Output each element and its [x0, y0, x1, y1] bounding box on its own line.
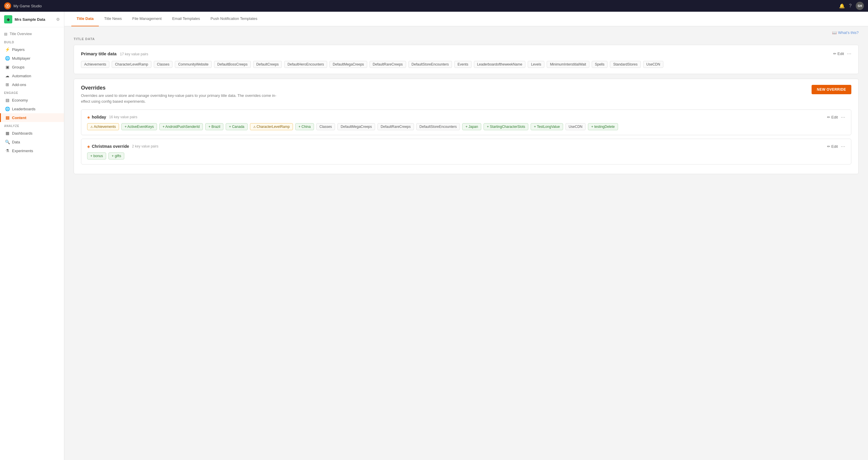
section-heading: TITLE DATA: [74, 37, 859, 41]
edit-override-button[interactable]: ✏ Edit: [827, 144, 838, 149]
sidebar-item-dashboards[interactable]: ▦ Dashboards: [0, 129, 64, 138]
override-card-actions: ✏ Edit···: [827, 144, 845, 149]
settings-icon[interactable]: ⚙: [56, 17, 60, 22]
sidebar-item-data[interactable]: 🔍 Data: [0, 138, 64, 146]
studio-name: Mrs Sample Data: [14, 17, 45, 22]
sidebar-header: ◆ Mrs Sample Data ⚙: [0, 12, 64, 27]
tag-item: AndroidPushSenderId: [159, 123, 203, 130]
sidebar-item-economy[interactable]: ▤ Economy: [0, 96, 64, 105]
tag-item: DefaultMegaCreeps: [330, 61, 367, 68]
tag-item: DefaultRareCreeps: [370, 61, 406, 68]
tag-item: gifts: [108, 152, 124, 160]
sidebar-item-label: Dashboards: [12, 131, 32, 136]
topbar-left: My Game Studio: [4, 2, 42, 9]
sidebar-item-automation[interactable]: ☁ Automation: [0, 71, 64, 80]
new-override-button[interactable]: NEW OVERRIDE: [812, 85, 851, 94]
edit-primary-button[interactable]: ✏ Edit: [833, 52, 844, 56]
tag-item: LeaderboardoftheweekName: [474, 61, 526, 68]
overrides-header: Overrides Overrides are used to store an…: [81, 85, 851, 104]
override-card-header: ◈holiday16 key value pairs✏ Edit···: [87, 114, 845, 120]
sidebar-item-title-overview[interactable]: ▤ Title Overview: [0, 30, 64, 38]
tag-item: DefaultBossCreeps: [214, 61, 251, 68]
tabs-bar: Title Data Title News File Management Em…: [64, 12, 868, 26]
overrides-section: Overrides Overrides are used to store an…: [74, 79, 859, 174]
sidebar-item-label: Groups: [12, 65, 25, 69]
primary-title-data-card: Primary title data 17 key value pairs ✏ …: [74, 45, 859, 74]
book-icon: 📖: [832, 30, 837, 35]
sidebar-item-label: Players: [12, 48, 25, 52]
tag-item: Events: [454, 61, 471, 68]
tag-item: CharacterLevelRamp: [250, 123, 293, 130]
sidebar-item-players[interactable]: ⚡ Players: [0, 45, 64, 54]
card-title: Primary title data: [81, 51, 117, 56]
addons-icon: ⊞: [5, 82, 10, 87]
override-key-count: 16 key value pairs: [109, 115, 137, 119]
tag-item: ActiveEventKeys: [121, 123, 157, 130]
help-icon[interactable]: ?: [849, 3, 851, 8]
tag-item: bonus: [87, 152, 106, 160]
tag-item: DefaultCreeps: [253, 61, 282, 68]
override-name: holiday: [92, 115, 106, 119]
override-icon: ◈: [87, 144, 90, 149]
tag-item: China: [295, 123, 314, 130]
sidebar-item-label: Automation: [12, 74, 31, 78]
sidebar-item-multiplayer[interactable]: 🌐 Multiplayer: [0, 54, 64, 63]
tag-item: Achievements: [87, 123, 119, 130]
override-card: ◈holiday16 key value pairs✏ Edit···Achie…: [81, 110, 851, 135]
overview-icon: ▤: [4, 32, 7, 36]
more-options-button[interactable]: ···: [847, 51, 851, 56]
more-options-button[interactable]: ···: [841, 114, 845, 120]
override-tags: AchievementsActiveEventKeysAndroidPushSe…: [87, 123, 845, 130]
sidebar-item-label: Leaderboards: [12, 107, 35, 111]
tab-file-management[interactable]: File Management: [127, 12, 167, 26]
override-name-row: ◈holiday16 key value pairs: [87, 115, 137, 119]
sidebar-item-content[interactable]: ▤ Content: [0, 113, 64, 122]
main-panel: Title Data Title News File Management Em…: [64, 12, 868, 460]
sidebar-item-label: Title Overview: [10, 32, 32, 36]
layout: ◆ Mrs Sample Data ⚙ ▤ Title Overview BUI…: [0, 12, 868, 460]
section-label-analyze: ANALYZE: [0, 122, 64, 129]
content-icon: ▤: [5, 115, 10, 120]
sidebar-item-label: Content: [12, 116, 26, 120]
card-header: Primary title data 17 key value pairs ✏ …: [81, 51, 851, 56]
override-card-actions: ✏ Edit···: [827, 114, 845, 120]
sidebar-item-addons[interactable]: ⊞ Add-ons: [0, 80, 64, 89]
tag-item: Levels: [528, 61, 545, 68]
tab-title-data[interactable]: Title Data: [71, 12, 99, 26]
edit-override-button[interactable]: ✏ Edit: [827, 115, 838, 119]
tag-item: DefaultRareCreeps: [377, 123, 414, 130]
override-key-count: 2 key value pairs: [132, 144, 158, 148]
more-options-button[interactable]: ···: [841, 144, 845, 149]
tag-item: UseCDN: [565, 123, 586, 130]
dashboards-icon: ▦: [5, 131, 10, 136]
sidebar-item-groups[interactable]: ▣ Groups: [0, 63, 64, 71]
user-avatar[interactable]: SH: [856, 2, 864, 10]
tag-item: TestLongValue: [531, 123, 563, 130]
tag-item: Spells: [592, 61, 608, 68]
tag-item: DefaultHeroEncounters: [284, 61, 327, 68]
sidebar-item-label: Data: [12, 140, 20, 144]
whats-this-button[interactable]: 📖 What's this?: [832, 30, 859, 35]
tag-item: CommunityWebsite: [175, 61, 212, 68]
override-card: ◈Christmas override2 key value pairs✏ Ed…: [81, 139, 851, 165]
tab-push-notification-templates[interactable]: Push Notification Templates: [205, 12, 262, 26]
override-icon: ◈: [87, 115, 90, 119]
topbar-right: 🔔 ? SH: [839, 2, 864, 10]
tag-item: Achievements: [81, 61, 109, 68]
sidebar-item-leaderboards[interactable]: 🌐 Leaderboards: [0, 105, 64, 113]
sidebar-nav: ▤ Title Overview BUILD ⚡ Players 🌐 Multi…: [0, 27, 64, 157]
experiments-icon: ⚗: [5, 148, 10, 153]
edit-icon: ✏: [827, 115, 830, 119]
tab-title-news[interactable]: Title News: [99, 12, 127, 26]
section-label-build: BUILD: [0, 38, 64, 45]
automation-icon: ☁: [5, 74, 10, 78]
sidebar-item-experiments[interactable]: ⚗ Experiments: [0, 146, 64, 155]
tag-item: Brazil: [205, 123, 223, 130]
bell-icon[interactable]: 🔔: [839, 3, 845, 9]
tag-item: UseCDN: [643, 61, 663, 68]
tab-email-templates[interactable]: Email Templates: [167, 12, 205, 26]
sidebar-item-label: Multiplayer: [12, 56, 30, 61]
primary-tags: AchievementsCharacterLevelRampClassesCom…: [81, 61, 851, 68]
tag-item: Canada: [226, 123, 247, 130]
data-icon: 🔍: [5, 140, 10, 144]
